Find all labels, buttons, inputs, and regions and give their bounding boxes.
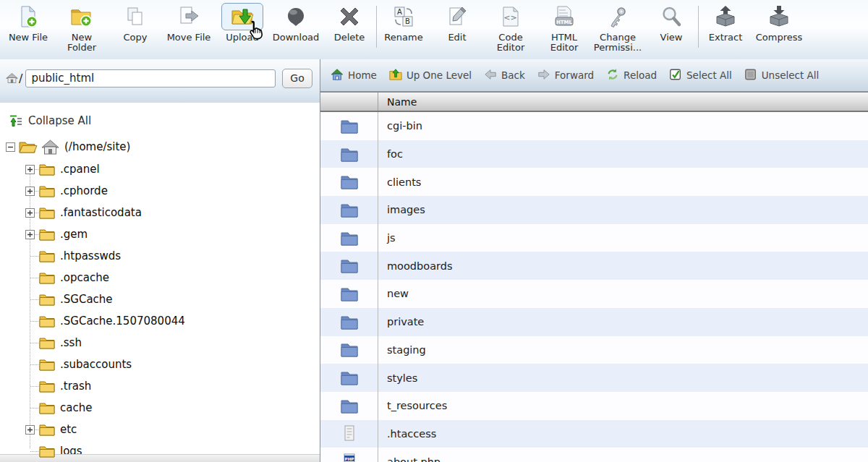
folder-icon [320,112,378,140]
directory-tree-panel: Collapse All (/home/site) .cpanel.cphord… [0,103,320,462]
file-list: cgi-binfocclientsimagesjsmoodboardsnewpr… [320,112,868,462]
tree-item-.fantasticodata[interactable]: .fantasticodata [0,202,320,223]
tree-item-.gem[interactable]: .gem [0,223,320,245]
tree-item-.cphorde[interactable]: .cphorde [0,180,320,202]
toolbar-button-edit[interactable]: Edit [430,3,484,43]
name-column-header[interactable]: Name [378,93,417,111]
toolbar-button-label: Extract [709,33,743,43]
tree-item-indent [25,447,35,456]
file-row-images[interactable]: images [320,196,868,224]
toolbar-button-new-folder[interactable]: New Folder [55,3,109,53]
toolbar-button-view[interactable]: View [644,3,698,43]
toolbar-button-compress[interactable]: Compress [752,3,806,43]
tree-item-.subaccounts[interactable]: .subaccounts [0,354,320,375]
file-name[interactable]: moodboards [378,260,453,272]
file-name[interactable]: staging [378,344,426,356]
toolbar-button-delete[interactable]: Delete [323,3,376,43]
expand-plus-icon[interactable] [25,230,35,239]
file-name[interactable]: new [378,288,409,299]
folder-icon [320,196,378,224]
toolbar-button-extract[interactable]: Extract [699,3,752,43]
toolbar-button-change-permissions[interactable]: Change Permissi... [591,3,644,53]
collapse-minus-icon[interactable] [6,142,15,152]
folder-icon [39,423,55,436]
nav-label: Home [348,69,377,81]
tree-item-.cpanel[interactable]: .cpanel [0,158,320,180]
file-row-new[interactable]: new [320,280,868,308]
tree-item-label: .ssh [60,336,82,349]
toolbar-button-code-editor[interactable]: Code Editor [484,3,537,53]
nav-reload-button[interactable]: Reload [606,68,657,83]
tree-item-label: cache [60,401,92,414]
folder-icon [39,228,55,241]
file-row-about.php[interactable]: about.php [320,448,868,462]
toolbar-button-label: New Folder [56,33,108,53]
tree-item-.ssh[interactable]: .ssh [0,332,320,354]
toolbar-button-html-editor[interactable]: HTML Editor [537,3,591,53]
folder-icon [39,249,55,262]
nav-back-button[interactable]: Back [484,68,525,83]
tree-item-.htpasswds[interactable]: .htpasswds [0,245,320,267]
file-row-clients[interactable]: clients [320,168,868,196]
tree-item-label: .cphorde [60,184,108,197]
toolbar-button-move-file[interactable]: Move File [162,3,216,43]
tree-item-cache[interactable]: cache [0,397,320,419]
expand-plus-icon[interactable] [25,187,35,196]
nav-up-one-level-button[interactable]: Up One Level [389,68,472,83]
file-name[interactable]: images [378,204,425,215]
file-name[interactable]: t_resources [378,400,447,411]
nav-select-all-button[interactable]: Select All [669,68,732,83]
toolbar-button-copy[interactable]: Copy [109,3,162,43]
tree-item-.trash[interactable]: .trash [0,375,320,397]
file-row-cgi-bin[interactable]: cgi-bin [320,112,868,140]
file-name[interactable]: .htaccess [378,428,436,440]
file-row-t_resources[interactable]: t_resources [320,392,868,420]
file-name[interactable]: styles [378,372,417,384]
folder-icon [39,271,55,284]
file-row-moodboards[interactable]: moodboards [320,252,868,280]
tree-items: .cpanel.cphorde.fantasticodata.gem.htpas… [0,158,320,462]
new-file-icon [12,3,44,30]
tree-item-.opcache[interactable]: .opcache [0,267,320,288]
file-name[interactable]: js [378,232,396,244]
file-row-.htaccess[interactable]: .htaccess [320,420,868,448]
tree-item-.SGCache.1507080044[interactable]: .SGCache.1507080044 [0,310,320,332]
folder-icon [320,336,378,364]
file-row-js[interactable]: js [320,224,868,252]
toolbar-button-new-file[interactable]: New File [1,3,55,43]
expand-plus-icon[interactable] [25,425,35,435]
file-name[interactable]: private [378,316,424,328]
file-row-private[interactable]: private [320,308,868,336]
toolbar-button-download[interactable]: Download [269,3,323,43]
file-name[interactable]: foc [378,148,403,160]
tree-item-label: .SGCache.1507080044 [60,315,185,328]
tree-root-node[interactable]: (/home/site) [0,135,320,158]
nav-forward-button[interactable]: Forward [537,68,594,83]
folder-icon [39,163,55,176]
file-row-staging[interactable]: staging [320,336,868,364]
nav-home-button[interactable]: Home [331,68,377,83]
nav-label: Unselect All [762,69,820,81]
folder-icon [39,293,55,306]
file-name[interactable]: cgi-bin [378,120,422,132]
nav-label: Select All [686,69,732,81]
file-list-header: Name [320,92,868,112]
nav-unselect-all-button[interactable]: Unselect All [744,68,820,83]
file-name[interactable]: about.php [378,456,441,462]
tree-item-label: .fantasticodata [60,206,142,219]
collapse-all-button[interactable]: Collapse All [0,111,320,130]
file-row-styles[interactable]: styles [320,364,868,392]
left-column: / Go Collapse All (/home/site) .cpanel.c… [0,59,320,462]
toolbar-button-rename[interactable]: Rename [377,3,430,43]
tree-item-etc[interactable]: etc [0,419,320,440]
main-columns: / Go Collapse All (/home/site) .cpanel.c… [0,59,868,462]
path-input[interactable] [25,69,276,87]
expand-plus-icon[interactable] [25,165,35,174]
toolbar-button-label: New File [9,33,48,43]
file-row-foc[interactable]: foc [320,140,868,168]
expand-plus-icon[interactable] [25,208,35,218]
collapse-all-icon [9,115,23,127]
go-button[interactable]: Go [282,69,312,88]
file-name[interactable]: clients [378,176,421,188]
tree-item-.SGCache[interactable]: .SGCache [0,288,320,310]
